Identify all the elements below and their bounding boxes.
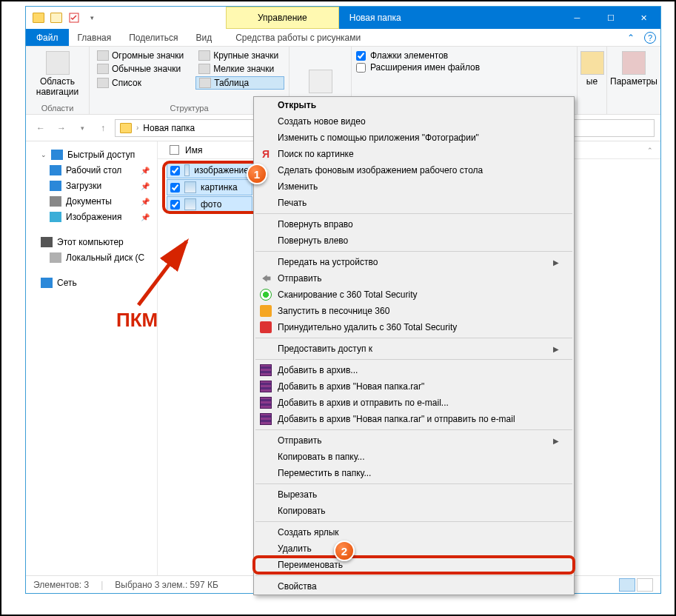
quick-access-header[interactable]: ⌄Быстрый доступ bbox=[26, 147, 157, 162]
cm-properties[interactable]: Свойства bbox=[254, 578, 574, 595]
small-icons-icon bbox=[198, 64, 210, 74]
navigation-pane: ⌄Быстрый доступ Рабочий стол📌 Загрузки📌 … bbox=[26, 141, 158, 575]
ribbon-tabs: Файл Главная Поделиться Вид Средства раб… bbox=[26, 29, 660, 47]
hidden-items-button[interactable]: ые bbox=[582, 50, 602, 88]
options-button[interactable]: Параметры bbox=[612, 50, 656, 88]
rar-icon bbox=[260, 397, 272, 409]
cm-copy-to-folder[interactable]: Копировать в папку... bbox=[254, 449, 574, 465]
cm-create-shortcut[interactable]: Создать ярлык bbox=[254, 524, 574, 540]
sidebar-item-pictures[interactable]: Изображения📌 bbox=[26, 210, 157, 224]
cm-add-rar-send[interactable]: Добавить в архив "Новая папка.rar" и отп… bbox=[254, 411, 574, 427]
breadcrumb-segment[interactable]: Новая папка bbox=[143, 123, 195, 133]
sidebar-item-downloads[interactable]: Загрузки📌 bbox=[26, 178, 157, 193]
view-large-icons[interactable]: Крупные значки bbox=[195, 50, 284, 61]
cm-separator bbox=[255, 521, 572, 522]
select-all-checkbox[interactable] bbox=[170, 145, 179, 155]
qat-properties-icon[interactable] bbox=[66, 10, 82, 26]
cm-move-to-folder[interactable]: Переместить в папку... bbox=[254, 465, 574, 481]
view-list[interactable]: Список bbox=[94, 76, 190, 90]
item-checkboxes-option[interactable]: Флажки элементов bbox=[356, 50, 572, 61]
window-controls: ─ ☐ ✕ bbox=[560, 7, 660, 29]
contextual-tab-header[interactable]: Управление bbox=[226, 7, 339, 29]
star-icon bbox=[51, 150, 63, 160]
hidden-items-icon bbox=[580, 51, 604, 75]
home-tab[interactable]: Главная bbox=[69, 29, 121, 46]
share-tab[interactable]: Поделиться bbox=[120, 29, 187, 46]
minimize-button[interactable]: ─ bbox=[560, 7, 594, 29]
help-icon[interactable]: ? bbox=[644, 32, 656, 44]
file-checkbox[interactable] bbox=[170, 200, 180, 210]
sidebar-item-localdisk[interactable]: Локальный диск (C bbox=[26, 250, 157, 265]
file-row[interactable]: изображение bbox=[167, 162, 252, 178]
cm-send-to[interactable]: Отправить▶ bbox=[254, 432, 574, 449]
ribbon-collapse-icon[interactable]: ⌃ bbox=[622, 29, 640, 46]
up-button[interactable]: ↑ bbox=[94, 119, 112, 137]
pictures-icon bbox=[50, 212, 61, 222]
picture-tools-tab[interactable]: Средства работы с рисунками bbox=[227, 29, 369, 46]
cm-add-send-email[interactable]: Добавить в архив и отправить по e-mail..… bbox=[254, 395, 574, 411]
huge-icons-icon bbox=[97, 50, 109, 61]
close-button[interactable]: ✕ bbox=[627, 7, 660, 29]
file-row[interactable]: фото bbox=[167, 196, 252, 212]
cm-search-image[interactable]: ЯПоиск по картинке bbox=[254, 146, 574, 162]
cm-rotate-left[interactable]: Повернуть влево bbox=[254, 232, 574, 249]
cm-edit[interactable]: Изменить bbox=[254, 178, 574, 195]
sidebar-item-documents[interactable]: Документы📌 bbox=[26, 194, 157, 209]
view-small-icons[interactable]: Мелкие значки bbox=[195, 63, 284, 75]
column-name[interactable]: Имя bbox=[185, 145, 202, 155]
folder-icon bbox=[30, 10, 47, 26]
share-icon bbox=[260, 272, 272, 284]
thumbnails-view-button[interactable] bbox=[637, 578, 653, 592]
cm-grant-access[interactable]: Предоставить доступ к▶ bbox=[254, 341, 574, 357]
cm-rotate-right[interactable]: Повернуть вправо bbox=[254, 216, 574, 232]
maximize-button[interactable]: ☐ bbox=[594, 7, 627, 29]
pin-icon: 📌 bbox=[141, 167, 150, 175]
normal-icons-icon bbox=[97, 64, 109, 74]
view-normal-icons[interactable]: Обычные значки bbox=[94, 63, 190, 75]
qat-dropdown-icon[interactable]: ▾ bbox=[84, 10, 100, 26]
cm-set-wallpaper[interactable]: Сделать фоновым изображением рабочего ст… bbox=[254, 162, 574, 178]
sidebar-item-desktop[interactable]: Рабочий стол📌 bbox=[26, 163, 157, 178]
image-file-icon bbox=[184, 164, 190, 176]
details-view-button[interactable] bbox=[619, 578, 635, 592]
cm-rename[interactable]: Переименовать bbox=[254, 557, 574, 573]
submenu-arrow-icon: ▶ bbox=[553, 258, 559, 267]
file-extensions-option[interactable]: Расширения имен файлов bbox=[356, 61, 572, 73]
cm-sandbox-360[interactable]: Запустить в песочнице 360 bbox=[254, 303, 574, 319]
force-delete-icon bbox=[260, 321, 272, 333]
rar-icon bbox=[260, 381, 272, 392]
cm-copy[interactable]: Копировать bbox=[254, 503, 574, 519]
view-tab[interactable]: Вид bbox=[187, 29, 221, 46]
navigation-pane-button[interactable]: Область навигации bbox=[30, 50, 84, 98]
sort-icon[interactable] bbox=[309, 70, 332, 93]
view-details[interactable]: Таблица bbox=[195, 76, 284, 90]
recent-dropdown[interactable]: ▾ bbox=[73, 119, 91, 137]
sidebar-item-network[interactable]: Сеть bbox=[26, 275, 157, 290]
file-tab[interactable]: Файл bbox=[26, 29, 69, 46]
forward-button[interactable]: → bbox=[53, 119, 70, 137]
cm-share[interactable]: Отправить bbox=[254, 270, 574, 287]
cm-print[interactable]: Печать bbox=[254, 195, 574, 211]
cm-add-archive[interactable]: Добавить в архив... bbox=[254, 362, 574, 378]
cm-cast[interactable]: Передать на устройство▶ bbox=[254, 254, 574, 270]
cm-new-video[interactable]: Создать новое видео bbox=[254, 113, 574, 130]
file-checkbox[interactable] bbox=[170, 166, 180, 175]
file-name: фото bbox=[201, 199, 221, 210]
navigation-pane-icon bbox=[46, 51, 70, 75]
file-checkbox[interactable] bbox=[170, 183, 180, 192]
sidebar-item-thispc[interactable]: Этот компьютер bbox=[26, 235, 157, 250]
cm-force-delete-360[interactable]: Принудительно удалить с 360 Total Securi… bbox=[254, 319, 574, 335]
file-row[interactable]: картинка bbox=[167, 179, 252, 195]
file-extensions-checkbox[interactable] bbox=[356, 63, 366, 73]
cm-scan-360[interactable]: Сканирование с 360 Total Security bbox=[254, 287, 574, 303]
cm-open[interactable]: Открыть bbox=[254, 97, 574, 113]
sandbox-icon bbox=[260, 305, 272, 317]
cm-edit-photos[interactable]: Изменить с помощью приложения "Фотографи… bbox=[254, 130, 574, 146]
cm-delete[interactable]: Удалить bbox=[254, 540, 574, 557]
submenu-arrow-icon: ▶ bbox=[553, 437, 559, 445]
cm-add-archive-rar[interactable]: Добавить в архив "Новая папка.rar" bbox=[254, 378, 574, 395]
view-huge-icons[interactable]: Огромные значки bbox=[94, 50, 190, 61]
cm-cut[interactable]: Вырезать bbox=[254, 486, 574, 503]
back-button[interactable]: ← bbox=[32, 119, 50, 137]
item-checkboxes-checkbox[interactable] bbox=[356, 51, 366, 61]
